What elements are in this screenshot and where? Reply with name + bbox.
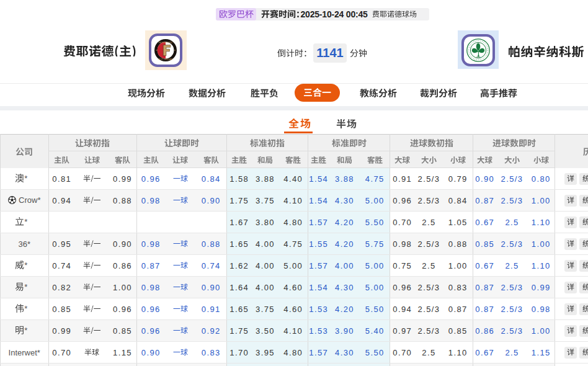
svg-text:FEYENOORD: FEYENOORD [159,42,173,44]
svg-text:ROTTERDAM: ROTTERDAM [159,58,172,61]
svg-text:1908: 1908 [476,56,481,59]
